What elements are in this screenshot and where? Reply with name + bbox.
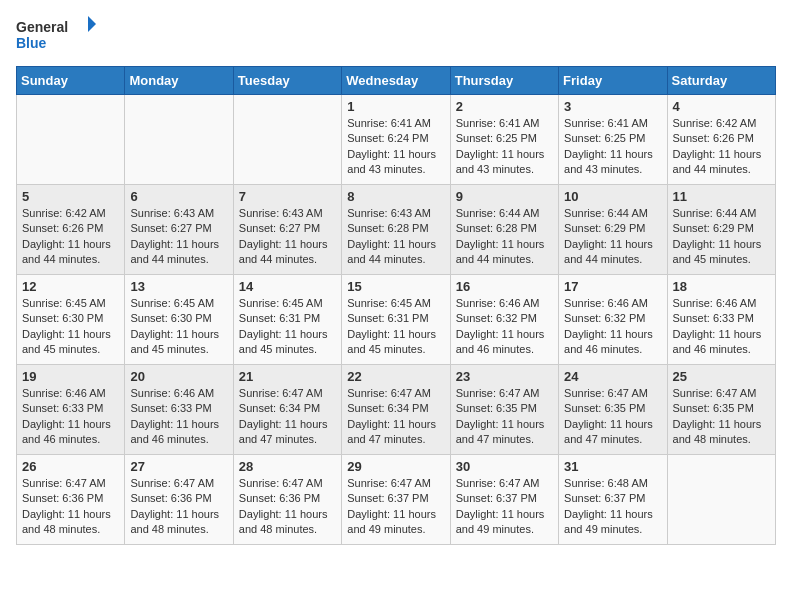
sunrise-info: Sunrise: 6:41 AM [347, 116, 444, 131]
sunrise-info: Sunrise: 6:47 AM [564, 386, 661, 401]
sunrise-info: Sunrise: 6:43 AM [239, 206, 336, 221]
calendar-cell: 14Sunrise: 6:45 AMSunset: 6:31 PMDayligh… [233, 275, 341, 365]
day-info: Sunrise: 6:42 AMSunset: 6:26 PMDaylight:… [22, 206, 119, 268]
sunset-info: Sunset: 6:31 PM [239, 311, 336, 326]
calendar-header-row: SundayMondayTuesdayWednesdayThursdayFrid… [17, 67, 776, 95]
calendar-week-row: 26Sunrise: 6:47 AMSunset: 6:36 PMDayligh… [17, 455, 776, 545]
sunrise-info: Sunrise: 6:44 AM [456, 206, 553, 221]
sunrise-info: Sunrise: 6:46 AM [130, 386, 227, 401]
calendar-cell: 3Sunrise: 6:41 AMSunset: 6:25 PMDaylight… [559, 95, 667, 185]
sunset-info: Sunset: 6:35 PM [456, 401, 553, 416]
day-info: Sunrise: 6:47 AMSunset: 6:36 PMDaylight:… [130, 476, 227, 538]
day-number: 31 [564, 459, 661, 474]
daylight-info: Daylight: 11 hours and 43 minutes. [347, 147, 444, 178]
day-number: 14 [239, 279, 336, 294]
day-number: 22 [347, 369, 444, 384]
day-number: 11 [673, 189, 770, 204]
daylight-info: Daylight: 11 hours and 44 minutes. [564, 237, 661, 268]
day-info: Sunrise: 6:41 AMSunset: 6:24 PMDaylight:… [347, 116, 444, 178]
sunset-info: Sunset: 6:24 PM [347, 131, 444, 146]
day-number: 30 [456, 459, 553, 474]
calendar-cell: 24Sunrise: 6:47 AMSunset: 6:35 PMDayligh… [559, 365, 667, 455]
generalblue-logo-icon: General Blue [16, 16, 96, 54]
sunset-info: Sunset: 6:31 PM [347, 311, 444, 326]
daylight-info: Daylight: 11 hours and 46 minutes. [564, 327, 661, 358]
day-number: 8 [347, 189, 444, 204]
calendar-day-header: Sunday [17, 67, 125, 95]
sunset-info: Sunset: 6:37 PM [456, 491, 553, 506]
calendar-cell: 19Sunrise: 6:46 AMSunset: 6:33 PMDayligh… [17, 365, 125, 455]
calendar-week-row: 12Sunrise: 6:45 AMSunset: 6:30 PMDayligh… [17, 275, 776, 365]
sunrise-info: Sunrise: 6:43 AM [347, 206, 444, 221]
sunrise-info: Sunrise: 6:44 AM [564, 206, 661, 221]
day-number: 28 [239, 459, 336, 474]
sunrise-info: Sunrise: 6:44 AM [673, 206, 770, 221]
calendar-day-header: Wednesday [342, 67, 450, 95]
calendar-cell: 28Sunrise: 6:47 AMSunset: 6:36 PMDayligh… [233, 455, 341, 545]
sunrise-info: Sunrise: 6:47 AM [239, 386, 336, 401]
sunset-info: Sunset: 6:26 PM [22, 221, 119, 236]
day-number: 12 [22, 279, 119, 294]
logo: General Blue [16, 16, 96, 54]
day-info: Sunrise: 6:47 AMSunset: 6:37 PMDaylight:… [456, 476, 553, 538]
daylight-info: Daylight: 11 hours and 44 minutes. [130, 237, 227, 268]
calendar-cell: 6Sunrise: 6:43 AMSunset: 6:27 PMDaylight… [125, 185, 233, 275]
calendar-cell [667, 455, 775, 545]
day-info: Sunrise: 6:46 AMSunset: 6:32 PMDaylight:… [564, 296, 661, 358]
sunrise-info: Sunrise: 6:41 AM [564, 116, 661, 131]
calendar-cell: 10Sunrise: 6:44 AMSunset: 6:29 PMDayligh… [559, 185, 667, 275]
calendar-cell: 22Sunrise: 6:47 AMSunset: 6:34 PMDayligh… [342, 365, 450, 455]
daylight-info: Daylight: 11 hours and 43 minutes. [564, 147, 661, 178]
day-number: 6 [130, 189, 227, 204]
calendar-day-header: Monday [125, 67, 233, 95]
sunset-info: Sunset: 6:36 PM [130, 491, 227, 506]
sunrise-info: Sunrise: 6:47 AM [347, 386, 444, 401]
day-number: 13 [130, 279, 227, 294]
calendar-cell [125, 95, 233, 185]
calendar-cell: 8Sunrise: 6:43 AMSunset: 6:28 PMDaylight… [342, 185, 450, 275]
daylight-info: Daylight: 11 hours and 48 minutes. [130, 507, 227, 538]
day-info: Sunrise: 6:41 AMSunset: 6:25 PMDaylight:… [564, 116, 661, 178]
day-number: 26 [22, 459, 119, 474]
calendar-day-header: Saturday [667, 67, 775, 95]
day-number: 23 [456, 369, 553, 384]
sunrise-info: Sunrise: 6:47 AM [239, 476, 336, 491]
calendar-cell: 31Sunrise: 6:48 AMSunset: 6:37 PMDayligh… [559, 455, 667, 545]
calendar-cell: 16Sunrise: 6:46 AMSunset: 6:32 PMDayligh… [450, 275, 558, 365]
calendar-cell: 4Sunrise: 6:42 AMSunset: 6:26 PMDaylight… [667, 95, 775, 185]
sunrise-info: Sunrise: 6:47 AM [347, 476, 444, 491]
day-number: 17 [564, 279, 661, 294]
day-number: 10 [564, 189, 661, 204]
day-number: 15 [347, 279, 444, 294]
sunrise-info: Sunrise: 6:46 AM [673, 296, 770, 311]
day-number: 27 [130, 459, 227, 474]
day-info: Sunrise: 6:44 AMSunset: 6:29 PMDaylight:… [673, 206, 770, 268]
sunset-info: Sunset: 6:28 PM [347, 221, 444, 236]
sunrise-info: Sunrise: 6:45 AM [22, 296, 119, 311]
day-info: Sunrise: 6:47 AMSunset: 6:36 PMDaylight:… [22, 476, 119, 538]
day-info: Sunrise: 6:45 AMSunset: 6:31 PMDaylight:… [347, 296, 444, 358]
day-info: Sunrise: 6:47 AMSunset: 6:36 PMDaylight:… [239, 476, 336, 538]
sunrise-info: Sunrise: 6:46 AM [456, 296, 553, 311]
day-info: Sunrise: 6:47 AMSunset: 6:35 PMDaylight:… [673, 386, 770, 448]
day-info: Sunrise: 6:46 AMSunset: 6:32 PMDaylight:… [456, 296, 553, 358]
day-info: Sunrise: 6:43 AMSunset: 6:28 PMDaylight:… [347, 206, 444, 268]
day-number: 21 [239, 369, 336, 384]
sunrise-info: Sunrise: 6:41 AM [456, 116, 553, 131]
day-number: 25 [673, 369, 770, 384]
day-number: 9 [456, 189, 553, 204]
daylight-info: Daylight: 11 hours and 47 minutes. [239, 417, 336, 448]
calendar-cell: 5Sunrise: 6:42 AMSunset: 6:26 PMDaylight… [17, 185, 125, 275]
daylight-info: Daylight: 11 hours and 46 minutes. [456, 327, 553, 358]
daylight-info: Daylight: 11 hours and 44 minutes. [347, 237, 444, 268]
daylight-info: Daylight: 11 hours and 45 minutes. [22, 327, 119, 358]
sunset-info: Sunset: 6:30 PM [22, 311, 119, 326]
sunset-info: Sunset: 6:25 PM [564, 131, 661, 146]
day-number: 18 [673, 279, 770, 294]
calendar-cell: 20Sunrise: 6:46 AMSunset: 6:33 PMDayligh… [125, 365, 233, 455]
sunset-info: Sunset: 6:34 PM [347, 401, 444, 416]
sunrise-info: Sunrise: 6:45 AM [130, 296, 227, 311]
calendar-day-header: Thursday [450, 67, 558, 95]
calendar-cell: 12Sunrise: 6:45 AMSunset: 6:30 PMDayligh… [17, 275, 125, 365]
daylight-info: Daylight: 11 hours and 49 minutes. [347, 507, 444, 538]
